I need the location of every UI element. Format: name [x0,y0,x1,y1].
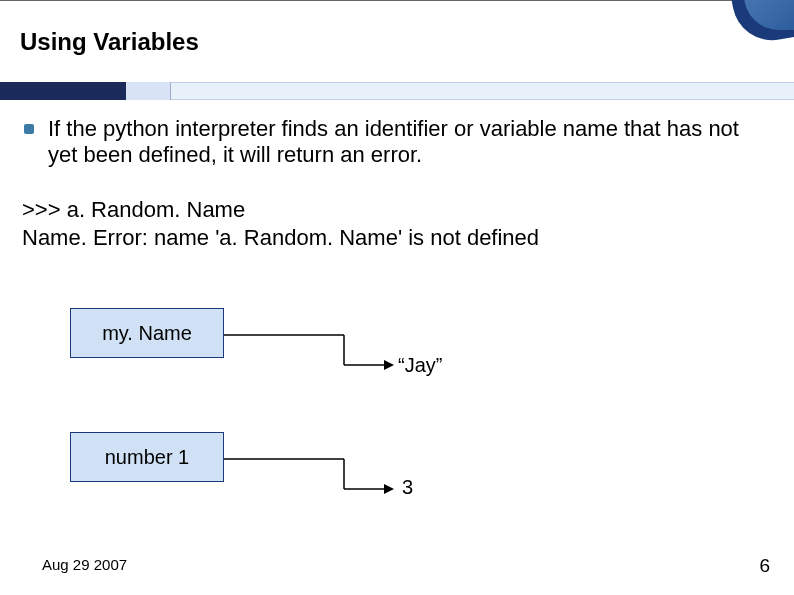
bullet-icon [24,124,34,134]
arrow-icon [224,330,394,375]
code-line-1: >>> a. Random. Name [22,196,539,224]
value-jay: “Jay” [398,354,442,377]
divider-rest-segment [171,82,794,100]
divider-dark-segment [0,82,126,100]
divider-light-segment [126,82,171,100]
corner-decoration [734,0,794,40]
page-number: 6 [759,555,770,577]
footer-date: Aug 29 2007 [42,556,127,573]
code-example: >>> a. Random. Name Name. Error: name 'a… [22,196,539,251]
top-border-line [0,0,794,1]
bullet-text: If the python interpreter finds an ident… [48,116,764,169]
variable-box-myname: my. Name [70,308,224,358]
variable-box-label: number 1 [105,446,190,469]
svg-marker-7 [384,484,394,494]
slide-title: Using Variables [20,28,199,56]
arrow-icon [224,454,394,499]
divider-band [0,82,794,100]
svg-marker-3 [384,360,394,370]
bullet-item: If the python interpreter finds an ident… [24,116,764,169]
value-3: 3 [402,476,413,499]
variable-box-label: my. Name [102,322,192,345]
variable-box-number1: number 1 [70,432,224,482]
code-line-2: Name. Error: name 'a. Random. Name' is n… [22,224,539,252]
